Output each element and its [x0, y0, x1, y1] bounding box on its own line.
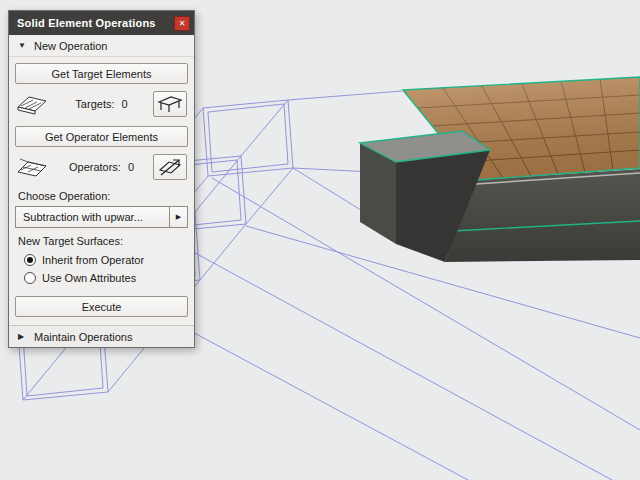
execute-button[interactable]: Execute — [15, 296, 188, 317]
new-target-surfaces-label: New Target Surfaces: — [9, 228, 194, 251]
table-pick-icon — [157, 94, 183, 114]
operators-count: 0 — [128, 161, 134, 173]
operators-counter: Operators:0 — [50, 161, 153, 173]
solid-element-operations-palette: Solid Element Operations ✕ ▼ New Operati… — [8, 10, 195, 348]
operators-row: Operators:0 — [9, 151, 194, 183]
pick-target-button[interactable] — [153, 91, 187, 117]
operation-dropdown[interactable]: Subtraction with upwar... ▶ — [15, 206, 188, 228]
operator-element-icon — [16, 155, 50, 179]
chevron-down-icon: ▼ — [18, 41, 27, 50]
operation-selected-value: Subtraction with upwar... — [16, 207, 169, 227]
close-button[interactable]: ✕ — [174, 16, 190, 31]
palette-titlebar[interactable]: Solid Element Operations ✕ — [9, 11, 194, 35]
choose-operation-label: Choose Operation: — [9, 183, 194, 206]
radio-use-own-attributes[interactable]: Use Own Attributes — [9, 269, 194, 287]
radio-inherit-from-operator[interactable]: Inherit from Operator — [9, 251, 194, 269]
slab-arrow-icon — [157, 157, 183, 177]
radio-circle[interactable] — [24, 254, 36, 266]
radio-label: Use Own Attributes — [42, 272, 136, 284]
target-element-icon — [16, 92, 50, 116]
radio-circle[interactable] — [24, 272, 36, 284]
get-operator-elements-button[interactable]: Get Operator Elements — [15, 126, 188, 147]
radio-label: Inherit from Operator — [42, 254, 144, 266]
section-label: New Operation — [34, 40, 107, 52]
section-label: Maintain Operations — [34, 331, 132, 343]
dropdown-arrow-icon[interactable]: ▶ — [169, 207, 187, 227]
targets-count: 0 — [122, 98, 128, 110]
app-window: Solid Element Operations ✕ ▼ New Operati… — [0, 0, 640, 480]
section-new-operation[interactable]: ▼ New Operation — [9, 35, 194, 57]
palette-title: Solid Element Operations — [17, 17, 174, 29]
get-target-elements-button[interactable]: Get Target Elements — [15, 63, 188, 84]
targets-label: Targets: — [75, 98, 114, 110]
chevron-right-icon: ▶ — [18, 332, 27, 341]
solid-element[interactable] — [360, 77, 640, 262]
pick-operator-button[interactable] — [153, 154, 187, 180]
operators-label: Operators: — [69, 161, 121, 173]
targets-counter: Targets:0 — [50, 98, 153, 110]
section-maintain-operations[interactable]: ▶ Maintain Operations — [9, 325, 194, 347]
targets-row: Targets:0 — [9, 88, 194, 120]
